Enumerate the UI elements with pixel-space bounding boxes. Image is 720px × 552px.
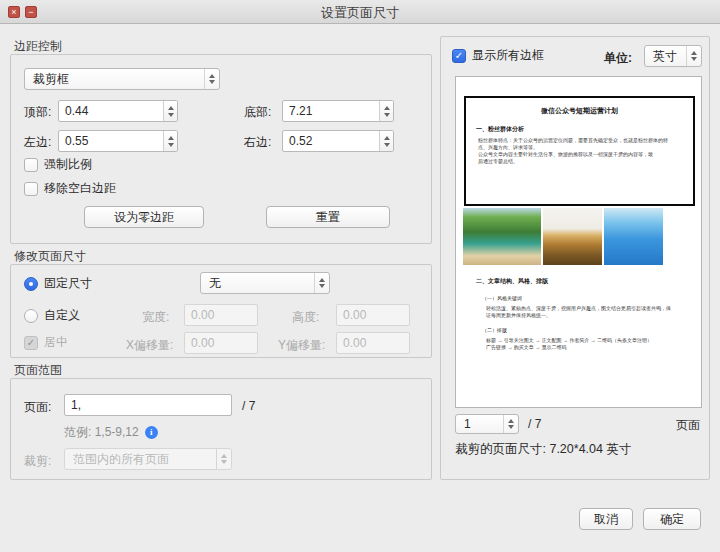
center-checkbox: 居中 [24,334,68,351]
checkbox-box-icon [24,182,38,196]
top-margin-field[interactable]: 0.44 [58,100,178,122]
page-preview: 微信公众号短期运营计划 一、粉丝群体分析 粉丝群体特点：关于公众号的运营定位问题… [455,76,702,408]
doc-paragraph-2: 轻松活泼、紧贴热点、深度干货，挖掘用户兴趣点，图文结合更易引起读者共鸣，保 证每… [486,305,682,319]
height-field: 0.00 [336,304,410,326]
page-range-value: 1, [65,398,231,412]
chevron-up-down-icon [686,46,701,66]
doc-heading-2: 二、文章结构、风格、排版 [476,277,548,286]
constrain-ratio-label: 强制比例 [44,156,92,173]
cancel-button[interactable]: 取消 [579,508,633,530]
center-label: 居中 [44,334,68,351]
resize-section-title: 修改页面尺寸 [14,248,86,265]
crop-pages-label: 裁剪: [24,453,51,470]
page-range-total: / 7 [242,399,255,413]
example-text: 范例: 1,5-9,12 [64,424,139,441]
fixed-size-radio[interactable]: 固定尺寸 [24,275,92,292]
crop-pages-dropdown: 范围内的所有页面 [64,448,232,470]
radio-unselected-icon [24,309,38,323]
checkbox-checked-icon [452,49,466,63]
doc-paragraph-1: 粉丝群体特点：关于公众号的运营定位问题，需要首先确定受众，也就是粉丝群体的特 点… [478,137,680,165]
remove-blank-margins-label: 移除空白边距 [44,180,116,197]
cropped-size-text: 裁剪的页面尺寸: 7.20*4.04 英寸 [455,441,631,458]
stepper-icon [503,415,518,433]
photo-row [463,208,663,265]
show-all-boxes-checkbox[interactable]: 显示所有边框 [452,47,544,64]
bottom-margin-label: 底部: [244,104,271,121]
page-range-label: 页面: [24,399,51,416]
doc-subheading-2: （二）排版 [482,327,507,333]
width-label: 宽度: [142,309,169,326]
beach-palm-photo [463,208,541,265]
preview-page-value: 1 [456,417,503,431]
left-margin-stepper[interactable] [163,131,177,151]
custom-size-radio[interactable]: 自定义 [24,307,80,324]
titlebar: × − 设置页面尺寸 [0,0,720,24]
box-type-dropdown[interactable]: 裁剪框 [24,68,220,90]
bottom-margin-field[interactable]: 7.21 [282,100,394,122]
y-offset-field: 0.00 [336,332,410,354]
left-margin-label: 左边: [24,134,51,151]
constrain-ratio-checkbox[interactable]: 强制比例 [24,156,92,173]
unit-dropdown[interactable]: 英寸 [644,45,702,67]
unit-label: 单位: [604,50,632,67]
width-field: 0.00 [184,304,258,326]
checkbox-checked-icon [24,336,38,350]
doc-heading-1: 一、粉丝群体分析 [476,125,524,134]
right-margin-label: 右边: [244,134,271,151]
right-margin-field[interactable]: 0.52 [282,130,394,152]
chevron-up-down-icon [204,69,219,89]
x-offset-value: 0.00 [185,336,257,350]
fixed-size-label: 固定尺寸 [44,275,92,292]
top-margin-label: 顶部: [24,104,51,121]
example-row: 范例: 1,5-9,12 i [64,424,158,441]
left-margin-field[interactable]: 0.55 [58,130,178,152]
window-title: 设置页面尺寸 [0,4,720,22]
remove-blank-margins-checkbox[interactable]: 移除空白边距 [24,180,116,197]
margins-section-title: 边距控制 [14,38,62,55]
bottom-margin-value: 7.21 [283,104,379,118]
fixed-size-value: 无 [201,275,314,292]
y-offset-value: 0.00 [337,336,409,350]
page-range-input[interactable]: 1, [64,394,232,416]
x-offset-field: 0.00 [184,332,258,354]
box-type-value: 裁剪框 [25,71,204,88]
top-margin-stepper[interactable] [163,101,177,121]
blue-water-photo [604,208,663,265]
unit-value: 英寸 [645,48,686,65]
right-margin-stepper[interactable] [379,131,393,151]
checkbox-box-icon [24,158,38,172]
width-value: 0.00 [185,308,257,322]
info-icon[interactable]: i [145,426,158,439]
top-margin-value: 0.44 [59,104,163,118]
preview-page-total: / 7 [528,417,541,431]
custom-size-label: 自定义 [44,307,80,324]
crop-pages-value: 范围内的所有页面 [65,451,216,468]
show-all-boxes-label: 显示所有边框 [472,47,544,64]
doc-subheading-1: （一）风格关键词 [482,295,522,301]
bottom-margin-stepper[interactable] [379,101,393,121]
chevron-up-down-icon [314,273,329,293]
zero-margins-button[interactable]: 设为零边距 [84,206,204,228]
fixed-size-dropdown[interactable]: 无 [200,272,330,294]
temple-photo [543,208,602,265]
preview-page-word: 页面 [676,417,700,434]
height-value: 0.00 [337,308,409,322]
y-offset-label: Y偏移量: [278,337,325,354]
radio-selected-icon [24,277,38,291]
reset-button[interactable]: 重置 [266,206,390,228]
height-label: 高度: [292,309,319,326]
range-section-title: 页面范围 [14,362,62,379]
doc-paragraph-3: 标题 → 引导关注图文 → 正文配图 → 作者简介 → 二维码（头条文章注明） … [486,337,682,351]
x-offset-label: X偏移量: [126,337,173,354]
doc-title: 微信公众号短期运营计划 [456,106,702,116]
chevron-up-down-icon [216,449,231,469]
left-margin-value: 0.55 [59,134,163,148]
ok-button[interactable]: 确定 [643,508,701,530]
right-margin-value: 0.52 [283,134,379,148]
preview-page-selector[interactable]: 1 [455,414,519,434]
